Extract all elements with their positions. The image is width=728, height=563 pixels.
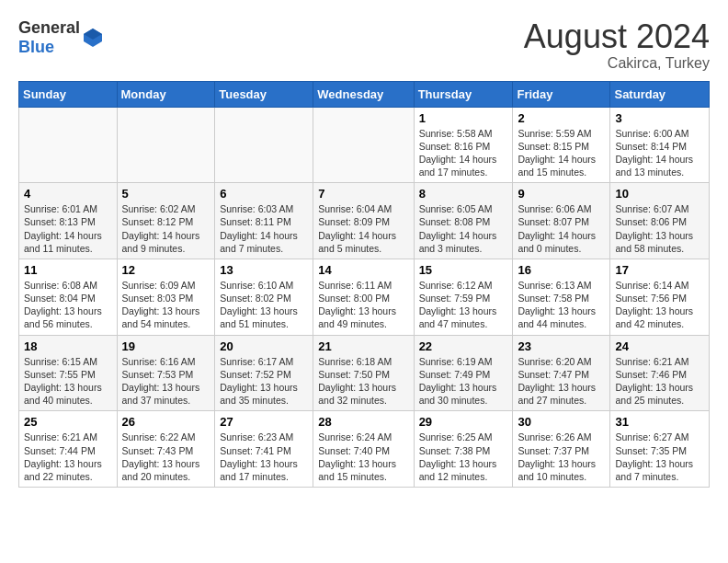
day-number: 2	[518, 111, 605, 125]
header-day-saturday: Saturday	[610, 81, 710, 107]
calendar-cell	[19, 107, 118, 183]
cell-text: Sunrise: 6:00 AM Sunset: 8:14 PM Dayligh…	[615, 127, 704, 179]
cell-text: Sunrise: 6:24 AM Sunset: 7:40 PM Dayligh…	[318, 431, 408, 483]
cell-text: Sunrise: 6:08 AM Sunset: 8:04 PM Dayligh…	[24, 279, 112, 331]
day-number: 20	[220, 339, 308, 353]
cell-text: Sunrise: 6:19 AM Sunset: 7:49 PM Dayligh…	[419, 355, 508, 408]
calendar-cell: 31Sunrise: 6:27 AM Sunset: 7:35 PM Dayli…	[610, 411, 710, 488]
day-number: 10	[615, 187, 704, 201]
day-number: 3	[615, 111, 704, 125]
header-day-friday: Friday	[513, 81, 610, 107]
cell-text: Sunrise: 6:09 AM Sunset: 8:03 PM Dayligh…	[122, 279, 210, 331]
cell-text: Sunrise: 6:25 AM Sunset: 7:38 PM Dayligh…	[419, 431, 508, 483]
header-day-wednesday: Wednesday	[313, 81, 414, 107]
day-number: 28	[318, 415, 408, 429]
calendar-cell: 23Sunrise: 6:20 AM Sunset: 7:47 PM Dayli…	[513, 335, 610, 411]
week-row-4: 18Sunrise: 6:15 AM Sunset: 7:55 PM Dayli…	[19, 335, 710, 411]
header-day-tuesday: Tuesday	[215, 81, 313, 107]
day-number: 30	[518, 415, 605, 429]
day-number: 24	[615, 339, 704, 353]
cell-text: Sunrise: 6:01 AM Sunset: 8:13 PM Dayligh…	[24, 202, 112, 255]
calendar-cell: 3Sunrise: 6:00 AM Sunset: 8:14 PM Daylig…	[610, 107, 710, 183]
cell-text: Sunrise: 6:13 AM Sunset: 7:58 PM Dayligh…	[518, 279, 605, 331]
cell-text: Sunrise: 6:27 AM Sunset: 7:35 PM Dayligh…	[615, 431, 704, 483]
cell-text: Sunrise: 5:58 AM Sunset: 8:16 PM Dayligh…	[419, 127, 508, 179]
calendar-cell: 8Sunrise: 6:05 AM Sunset: 8:08 PM Daylig…	[414, 183, 513, 259]
calendar-cell: 14Sunrise: 6:11 AM Sunset: 8:00 PM Dayli…	[313, 259, 414, 335]
cell-text: Sunrise: 6:18 AM Sunset: 7:50 PM Dayligh…	[318, 355, 408, 408]
header-day-thursday: Thursday	[414, 81, 513, 107]
calendar-cell: 22Sunrise: 6:19 AM Sunset: 7:49 PM Dayli…	[414, 335, 513, 411]
day-number: 29	[419, 415, 508, 429]
cell-text: Sunrise: 6:17 AM Sunset: 7:52 PM Dayligh…	[220, 355, 308, 408]
day-number: 13	[220, 263, 308, 277]
day-number: 21	[318, 339, 408, 353]
header-day-monday: Monday	[117, 81, 215, 107]
day-number: 12	[122, 263, 210, 277]
day-number: 15	[419, 263, 508, 277]
day-number: 16	[518, 263, 605, 277]
day-number: 4	[24, 187, 112, 201]
cell-text: Sunrise: 6:11 AM Sunset: 8:00 PM Dayligh…	[318, 279, 408, 331]
calendar-table: SundayMondayTuesdayWednesdayThursdayFrid…	[18, 81, 710, 488]
day-number: 7	[318, 187, 408, 201]
cell-text: Sunrise: 6:05 AM Sunset: 8:08 PM Dayligh…	[419, 202, 508, 255]
calendar-cell: 20Sunrise: 6:17 AM Sunset: 7:52 PM Dayli…	[215, 335, 313, 411]
day-number: 23	[518, 339, 605, 353]
calendar-cell: 29Sunrise: 6:25 AM Sunset: 7:38 PM Dayli…	[414, 411, 513, 488]
day-number: 14	[318, 263, 408, 277]
logo-icon	[82, 27, 104, 49]
day-number: 26	[122, 415, 210, 429]
calendar-cell	[313, 107, 414, 183]
calendar-cell: 4Sunrise: 6:01 AM Sunset: 8:13 PM Daylig…	[19, 183, 118, 259]
cell-text: Sunrise: 6:20 AM Sunset: 7:47 PM Dayligh…	[518, 355, 605, 408]
logo-text: General Blue	[18, 18, 80, 57]
logo: General Blue	[18, 18, 104, 57]
calendar-cell: 25Sunrise: 6:21 AM Sunset: 7:44 PM Dayli…	[19, 411, 118, 488]
week-row-2: 4Sunrise: 6:01 AM Sunset: 8:13 PM Daylig…	[19, 183, 710, 259]
page-header: General Blue August 2024 Cakirca, Turkey	[18, 18, 710, 72]
calendar-cell: 10Sunrise: 6:07 AM Sunset: 8:06 PM Dayli…	[610, 183, 710, 259]
calendar-cell: 18Sunrise: 6:15 AM Sunset: 7:55 PM Dayli…	[19, 335, 118, 411]
day-number: 25	[24, 415, 112, 429]
calendar-cell	[215, 107, 313, 183]
cell-text: Sunrise: 6:06 AM Sunset: 8:07 PM Dayligh…	[518, 202, 605, 255]
week-row-5: 25Sunrise: 6:21 AM Sunset: 7:44 PM Dayli…	[19, 411, 710, 488]
day-number: 1	[419, 111, 508, 125]
day-number: 18	[24, 339, 112, 353]
calendar-cell: 7Sunrise: 6:04 AM Sunset: 8:09 PM Daylig…	[313, 183, 414, 259]
logo-general: General	[18, 18, 80, 37]
calendar-cell: 28Sunrise: 6:24 AM Sunset: 7:40 PM Dayli…	[313, 411, 414, 488]
cell-text: Sunrise: 6:21 AM Sunset: 7:44 PM Dayligh…	[24, 431, 112, 483]
month-title: August 2024	[524, 18, 710, 55]
cell-text: Sunrise: 6:10 AM Sunset: 8:02 PM Dayligh…	[220, 279, 308, 331]
cell-text: Sunrise: 6:22 AM Sunset: 7:43 PM Dayligh…	[122, 431, 210, 483]
day-number: 8	[419, 187, 508, 201]
calendar-cell: 21Sunrise: 6:18 AM Sunset: 7:50 PM Dayli…	[313, 335, 414, 411]
cell-text: Sunrise: 6:07 AM Sunset: 8:06 PM Dayligh…	[615, 202, 704, 255]
calendar-cell: 16Sunrise: 6:13 AM Sunset: 7:58 PM Dayli…	[513, 259, 610, 335]
calendar-cell: 30Sunrise: 6:26 AM Sunset: 7:37 PM Dayli…	[513, 411, 610, 488]
calendar-cell: 12Sunrise: 6:09 AM Sunset: 8:03 PM Dayli…	[117, 259, 215, 335]
cell-text: Sunrise: 6:04 AM Sunset: 8:09 PM Dayligh…	[318, 202, 408, 255]
cell-text: Sunrise: 6:02 AM Sunset: 8:12 PM Dayligh…	[122, 202, 210, 255]
cell-text: Sunrise: 6:21 AM Sunset: 7:46 PM Dayligh…	[615, 355, 704, 408]
cell-text: Sunrise: 6:15 AM Sunset: 7:55 PM Dayligh…	[24, 355, 112, 408]
calendar-cell: 1Sunrise: 5:58 AM Sunset: 8:16 PM Daylig…	[414, 107, 513, 183]
calendar-cell: 26Sunrise: 6:22 AM Sunset: 7:43 PM Dayli…	[117, 411, 215, 488]
calendar-cell: 6Sunrise: 6:03 AM Sunset: 8:11 PM Daylig…	[215, 183, 313, 259]
cell-text: Sunrise: 6:16 AM Sunset: 7:53 PM Dayligh…	[122, 355, 210, 408]
calendar-body: 1Sunrise: 5:58 AM Sunset: 8:16 PM Daylig…	[19, 107, 710, 487]
calendar-cell: 2Sunrise: 5:59 AM Sunset: 8:15 PM Daylig…	[513, 107, 610, 183]
day-number: 31	[615, 415, 704, 429]
calendar-cell	[117, 107, 215, 183]
week-row-1: 1Sunrise: 5:58 AM Sunset: 8:16 PM Daylig…	[19, 107, 710, 183]
calendar-cell: 15Sunrise: 6:12 AM Sunset: 7:59 PM Dayli…	[414, 259, 513, 335]
day-number: 6	[220, 187, 308, 201]
calendar-cell: 17Sunrise: 6:14 AM Sunset: 7:56 PM Dayli…	[610, 259, 710, 335]
day-number: 17	[615, 263, 704, 277]
day-number: 5	[122, 187, 210, 201]
week-row-3: 11Sunrise: 6:08 AM Sunset: 8:04 PM Dayli…	[19, 259, 710, 335]
header-day-sunday: Sunday	[19, 81, 118, 107]
day-number: 27	[220, 415, 308, 429]
